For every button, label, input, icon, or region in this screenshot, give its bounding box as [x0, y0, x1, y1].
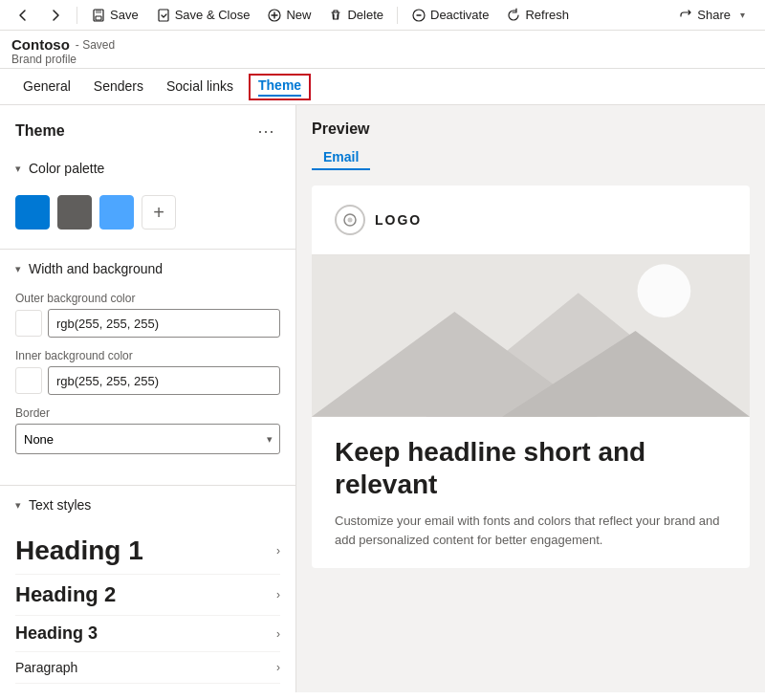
- heading3-chevron-icon: ›: [276, 627, 280, 641]
- inner-bg-field: Inner background color: [15, 349, 280, 395]
- email-preview: LOGO Keep headline short and re: [312, 186, 750, 568]
- share-button[interactable]: Share ▾: [670, 3, 757, 28]
- forward-button[interactable]: [40, 3, 71, 28]
- divider2: [0, 485, 295, 486]
- email-headline: Keep headline short and relevant: [335, 436, 727, 500]
- outer-bg-field: Outer background color: [15, 292, 280, 338]
- heading3-item[interactable]: Heading 3 ›: [15, 616, 280, 652]
- panel-header: Theme ⋯: [0, 105, 295, 153]
- email-logo-area: LOGO: [312, 186, 750, 254]
- share-icon: [678, 8, 693, 23]
- hero-image: [312, 254, 750, 417]
- new-icon: [267, 8, 282, 23]
- share-chevron-icon: ▾: [734, 8, 750, 23]
- save-label: Save: [110, 8, 139, 22]
- back-icon: [15, 8, 31, 23]
- back-button[interactable]: [8, 3, 38, 28]
- sep2: [397, 7, 398, 24]
- forward-icon: [48, 8, 63, 23]
- color-palette-chevron-icon: ▾: [15, 163, 21, 175]
- save-icon: [91, 8, 106, 23]
- color-swatch-gray[interactable]: [57, 195, 92, 230]
- delete-label: Delete: [347, 8, 383, 22]
- save-button[interactable]: Save: [83, 3, 146, 28]
- main-content: Theme ⋯ ▾ Color palette + ▾ Width and ba…: [0, 105, 765, 692]
- color-palette-section-header[interactable]: ▾ Color palette: [0, 153, 295, 184]
- add-color-icon: +: [153, 202, 164, 224]
- paragraph-chevron-icon: ›: [276, 661, 280, 674]
- deactivate-icon: [411, 8, 426, 23]
- width-bg-section-header[interactable]: ▾ Width and background: [0, 253, 295, 284]
- share-label: Share: [697, 8, 731, 22]
- svg-rect-1: [96, 10, 101, 13]
- new-label: New: [286, 8, 311, 22]
- tab-general[interactable]: General: [11, 69, 82, 105]
- svg-rect-2: [96, 16, 101, 20]
- delete-button[interactable]: Delete: [320, 3, 391, 28]
- color-swatch-blue[interactable]: [15, 195, 50, 230]
- border-field: Border None Solid Dashed Dotted ▾: [15, 406, 280, 454]
- tab-social-links[interactable]: Social links: [155, 69, 245, 105]
- border-label: Border: [15, 406, 280, 420]
- page-header: Contoso - Saved Brand profile: [0, 31, 765, 69]
- color-palette-content: +: [0, 184, 295, 245]
- toolbar: Save Save & Close New Delete Deactivate …: [0, 0, 765, 31]
- preview-tab-email[interactable]: Email: [312, 145, 370, 170]
- paragraph-item[interactable]: Paragraph ›: [15, 652, 280, 684]
- color-swatch-light-blue[interactable]: [99, 195, 134, 230]
- tab-bar: General Senders Social links Theme: [0, 69, 765, 105]
- outer-bg-input[interactable]: [48, 309, 280, 338]
- text-styles-chevron-icon: ▾: [15, 499, 21, 512]
- heading2-label: Heading 2: [15, 582, 116, 607]
- heading2-item[interactable]: Heading 2 ›: [15, 575, 280, 616]
- inner-bg-input[interactable]: [48, 366, 280, 395]
- tab-senders[interactable]: Senders: [82, 69, 155, 105]
- color-swatches: +: [15, 195, 280, 230]
- svg-rect-3: [159, 10, 168, 21]
- border-select-wrap: None Solid Dashed Dotted ▾: [15, 424, 280, 454]
- color-palette-label: Color palette: [29, 161, 104, 176]
- sep1: [76, 7, 77, 24]
- save-close-label: Save & Close: [175, 8, 251, 22]
- more-options-button[interactable]: ⋯: [251, 119, 280, 143]
- theme-panel: Theme ⋯ ▾ Color palette + ▾ Width and ba…: [0, 105, 296, 692]
- text-styles-content: Heading 1 › Heading 2 › Heading 3 › Para…: [0, 520, 295, 692]
- email-body: Keep headline short and relevant Customi…: [312, 417, 750, 568]
- width-bg-label: Width and background: [29, 261, 163, 276]
- inner-bg-row: [15, 366, 280, 395]
- inner-bg-label: Inner background color: [15, 349, 280, 362]
- preview-title: Preview: [312, 120, 750, 138]
- save-close-icon: [156, 8, 171, 23]
- outer-bg-color-preview[interactable]: [15, 310, 42, 337]
- add-color-button[interactable]: +: [142, 195, 176, 230]
- heading1-label: Heading 1: [15, 536, 143, 566]
- border-select[interactable]: None Solid Dashed Dotted: [15, 424, 280, 454]
- page-title: Contoso: [11, 36, 70, 53]
- delete-icon: [328, 8, 343, 23]
- panel-title: Theme: [15, 122, 65, 140]
- breadcrumb: Brand profile: [11, 53, 754, 66]
- deactivate-button[interactable]: Deactivate: [404, 3, 496, 28]
- refresh-button[interactable]: Refresh: [498, 3, 577, 28]
- text-styles-label: Text styles: [29, 497, 91, 513]
- heading3-label: Heading 3: [15, 623, 98, 644]
- text-styles-section-header[interactable]: ▾ Text styles: [0, 490, 295, 520]
- heading1-item[interactable]: Heading 1 ›: [15, 528, 280, 575]
- width-bg-content: Outer background color Inner background …: [0, 284, 295, 481]
- page-title-row: Contoso - Saved: [11, 36, 754, 53]
- tab-theme[interactable]: Theme: [249, 74, 311, 100]
- tab-theme-wrapper[interactable]: Theme: [245, 69, 315, 105]
- heading1-chevron-icon: ›: [276, 544, 280, 558]
- logo-text: LOGO: [375, 212, 422, 228]
- mountain-illustration: [312, 254, 750, 417]
- email-body-text: Customize your email with fonts and colo…: [335, 512, 727, 549]
- logo-icon: [335, 205, 365, 235]
- saved-status: - Saved: [76, 38, 115, 52]
- divider1: [0, 249, 295, 250]
- new-button[interactable]: New: [259, 3, 318, 28]
- refresh-label: Refresh: [525, 8, 569, 22]
- width-bg-chevron-icon: ▾: [15, 263, 21, 275]
- inner-bg-color-preview[interactable]: [15, 367, 42, 394]
- save-close-button[interactable]: Save & Close: [148, 3, 258, 28]
- refresh-icon: [506, 8, 521, 23]
